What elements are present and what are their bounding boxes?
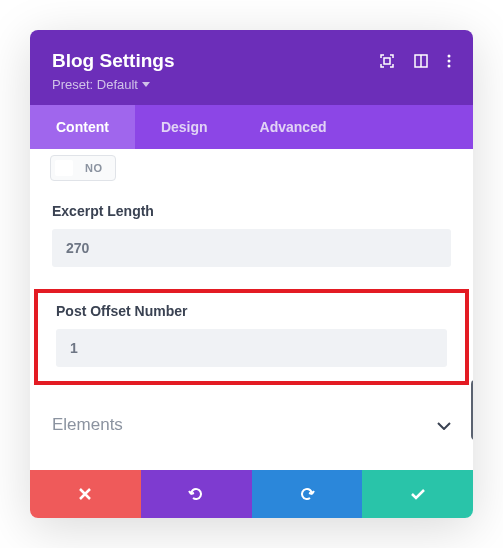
toggle-label: NO <box>85 162 103 174</box>
svg-point-5 <box>448 65 451 68</box>
more-icon[interactable] <box>447 53 451 69</box>
excerpt-length-label: Excerpt Length <box>52 203 451 219</box>
settings-modal: Blog Settings Preset: Default Content De… <box>30 30 473 518</box>
cancel-button[interactable] <box>30 470 141 518</box>
header-actions <box>379 53 451 69</box>
svg-point-4 <box>448 60 451 63</box>
undo-button[interactable] <box>141 470 252 518</box>
elements-section-title: Elements <box>52 415 123 435</box>
post-offset-label: Post Offset Number <box>56 303 451 319</box>
tab-bar: Content Design Advanced <box>30 105 473 149</box>
svg-point-3 <box>448 55 451 58</box>
expand-icon[interactable] <box>379 53 395 69</box>
redo-button[interactable] <box>252 470 363 518</box>
tab-advanced[interactable]: Advanced <box>234 105 353 149</box>
panel-icon[interactable] <box>413 53 429 69</box>
preset-label: Preset: Default <box>52 77 138 92</box>
excerpt-length-field: Excerpt Length <box>52 203 451 267</box>
save-button[interactable] <box>362 470 473 518</box>
modal-title: Blog Settings <box>52 50 174 72</box>
preset-selector[interactable]: Preset: Default <box>52 77 150 92</box>
post-offset-input[interactable] <box>56 329 447 367</box>
modal-footer <box>30 470 473 518</box>
tab-content[interactable]: Content <box>30 105 135 149</box>
elements-section[interactable]: Elements <box>52 415 451 439</box>
tab-design[interactable]: Design <box>135 105 234 149</box>
svg-rect-0 <box>384 58 390 64</box>
scrollbar-thumb[interactable] <box>471 380 473 440</box>
modal-header: Blog Settings Preset: Default <box>30 30 473 105</box>
toggle-switch[interactable]: NO <box>50 155 116 181</box>
excerpt-length-input[interactable] <box>52 229 451 267</box>
content-panel: NO Excerpt Length Post Offset Number Ele… <box>30 149 473 470</box>
highlighted-field: Post Offset Number <box>34 289 469 385</box>
chevron-down-icon <box>437 416 451 434</box>
